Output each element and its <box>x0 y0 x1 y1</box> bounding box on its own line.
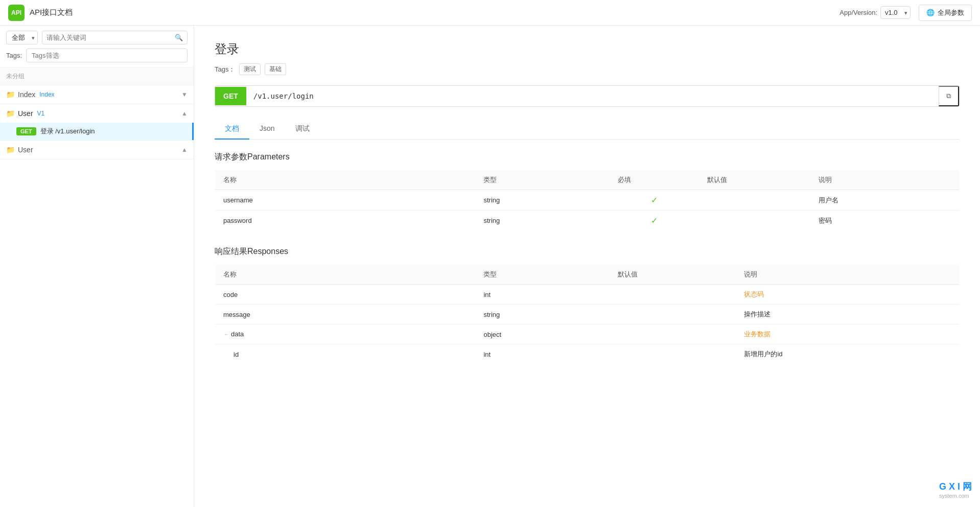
table-row: code int 状态码 <box>215 285 960 305</box>
param-name-password: password <box>215 211 476 231</box>
tags-row: Tags: <box>6 49 188 62</box>
params-tbody: username string ✓ 用户名 password string ✓ … <box>215 190 960 231</box>
sidebar: 全部 🔍 Tags: 未分组 📁 Index Index <box>0 26 194 507</box>
params-th-type: 类型 <box>475 170 609 190</box>
param-default-password <box>699 211 811 231</box>
nav-group-version-index: Index <box>39 91 54 98</box>
table-row: －data object 业务数据 <box>215 325 960 344</box>
resp-default-message <box>610 305 736 325</box>
nav-group-name-user: User <box>18 146 33 154</box>
responses-section-title: 响应结果Responses <box>215 246 960 257</box>
tab-debug[interactable]: 调试 <box>285 119 320 140</box>
resp-desc-data: 业务数据 <box>736 325 959 344</box>
resp-th-type: 类型 <box>475 265 609 285</box>
params-th-default: 默认值 <box>699 170 811 190</box>
search-icon[interactable]: 🔍 <box>175 34 183 41</box>
globe-icon: 🌐 <box>926 9 935 16</box>
nav-group-name-index: Index <box>18 90 35 99</box>
resp-desc-code: 状态码 <box>736 285 959 305</box>
version-selector: App/Version: v1.0 <box>839 6 911 19</box>
chevron-up-icon-user: ▲ <box>181 146 188 153</box>
endpoint-method: GET <box>215 87 246 105</box>
version-label: App/Version: <box>839 9 877 16</box>
param-type-password: string <box>475 211 609 231</box>
copy-button[interactable]: ⧉ <box>939 86 959 106</box>
sidebar-filters: 全部 🔍 Tags: <box>0 26 194 68</box>
resp-th-default: 默认值 <box>610 265 736 285</box>
table-row: message string 操作描述 <box>215 305 960 325</box>
resp-type-code: int <box>475 285 609 305</box>
table-row: id int 新增用户的id <box>215 344 960 364</box>
content-area: 登录 Tags： 测试 基础 GET /v1.user/login ⧉ 文档 J… <box>194 26 980 507</box>
tag-badge-test: 测试 <box>239 63 261 75</box>
resp-type-id: int <box>475 344 609 364</box>
resp-th-name: 名称 <box>215 265 476 285</box>
expand-icon[interactable]: － <box>223 331 229 337</box>
folder-icon-user-v1: 📁 <box>6 109 15 118</box>
resp-default-code <box>610 285 736 305</box>
endpoint-bar: GET /v1.user/login ⧉ <box>215 85 960 107</box>
nav-group-header-index[interactable]: 📁 Index Index ▼ <box>0 85 194 104</box>
nav-group-user-v1: 📁 User V1 ▲ GET 登录 /v1.user/login <box>0 104 194 141</box>
page-tags-label: Tags： <box>215 65 235 74</box>
resp-type-data: object <box>475 325 609 344</box>
param-desc-username: 用户名 <box>810 190 959 211</box>
tag-badge-basic: 基础 <box>265 63 286 75</box>
params-th-required: 必填 <box>610 170 699 190</box>
search-box: 🔍 <box>42 31 188 44</box>
param-default-username <box>699 190 811 211</box>
param-required-username: ✓ <box>610 190 699 211</box>
header: API API接口文档 App/Version: v1.0 🌐 全局参数 <box>0 0 980 26</box>
global-params-button[interactable]: 🌐 全局参数 <box>919 5 972 21</box>
ungrouped-label: 未分组 <box>0 68 194 85</box>
folder-icon: 📁 <box>6 90 15 99</box>
search-input[interactable] <box>46 31 175 44</box>
params-section-title: 请求参数Parameters <box>215 152 960 163</box>
param-name-username: username <box>215 190 476 211</box>
chevron-down-icon: ▼ <box>181 91 188 98</box>
param-required-password: ✓ <box>610 211 699 231</box>
page-tags: Tags： 测试 基础 <box>215 63 960 75</box>
nav-group-user: 📁 User ▲ <box>0 141 194 159</box>
global-params-label: 全局参数 <box>938 8 964 17</box>
tab-docs[interactable]: 文档 <box>215 119 249 140</box>
resp-desc-id: 新增用户的id <box>736 344 959 364</box>
param-type-username: string <box>475 190 609 211</box>
resp-default-data <box>610 325 736 344</box>
category-select[interactable]: 全部 <box>6 31 38 44</box>
resp-th-desc: 说明 <box>736 265 959 285</box>
tabs: 文档 Json 调试 <box>215 119 960 140</box>
resp-desc-message: 操作描述 <box>736 305 959 325</box>
category-select-wrap: 全部 <box>6 31 38 44</box>
watermark: G X I 网 system.com <box>939 480 972 499</box>
table-row: username string ✓ 用户名 <box>215 190 960 211</box>
param-desc-password: 密码 <box>810 211 959 231</box>
params-table: 名称 类型 必填 默认值 说明 username string ✓ 用户名 pa… <box>215 170 960 231</box>
nav-group-header-user-v1[interactable]: 📁 User V1 ▲ <box>0 104 194 123</box>
tags-label: Tags: <box>6 52 22 59</box>
resp-name-data: －data <box>215 325 476 344</box>
folder-icon-user: 📁 <box>6 146 15 154</box>
resp-type-message: string <box>475 305 609 325</box>
table-row: password string ✓ 密码 <box>215 211 960 231</box>
logo: API <box>8 5 25 21</box>
tags-input[interactable] <box>26 49 188 62</box>
tab-json[interactable]: Json <box>249 119 285 140</box>
main-layout: 全部 🔍 Tags: 未分组 📁 Index Index <box>0 26 980 507</box>
chevron-up-icon: ▲ <box>181 110 188 117</box>
nav-group-version-user-v1: V1 <box>37 110 45 117</box>
endpoint-url: /v1.user/login <box>246 87 939 105</box>
nav-group-header-user[interactable]: 📁 User ▲ <box>0 141 194 159</box>
app-title: API接口文档 <box>30 8 73 17</box>
params-th-name: 名称 <box>215 170 476 190</box>
resp-name-message: message <box>215 305 476 325</box>
sidebar-content: 未分组 📁 Index Index ▼ 📁 User V1 ▲ <box>0 68 194 507</box>
nav-group-name-user-v1: User <box>18 109 33 118</box>
filter-row: 全部 🔍 <box>6 31 188 44</box>
nav-item-login[interactable]: GET 登录 /v1.user/login <box>0 123 194 140</box>
header-left: API API接口文档 <box>8 5 73 21</box>
resp-default-id <box>610 344 736 364</box>
version-select-wrapper: v1.0 <box>880 6 911 19</box>
version-select[interactable]: v1.0 <box>880 6 911 19</box>
method-badge-get: GET <box>16 127 36 135</box>
